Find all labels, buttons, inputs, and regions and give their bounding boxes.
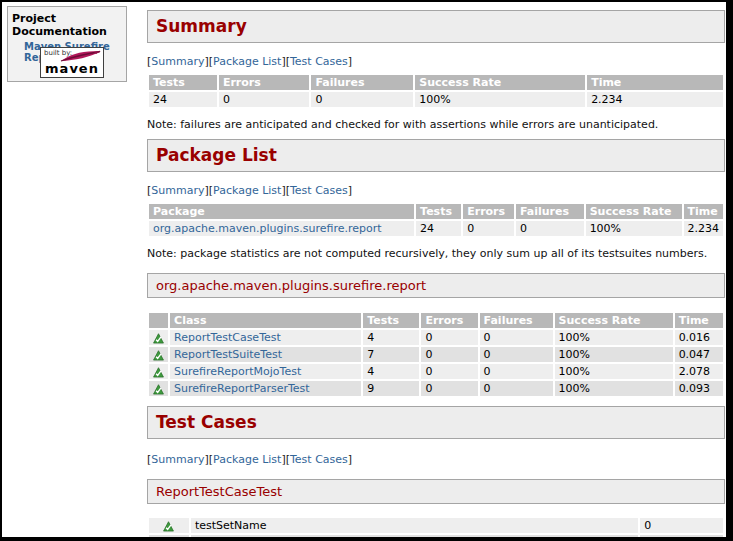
- errors-value: 0: [219, 92, 310, 107]
- table-header-row: Class Tests Errors Failures Success Rate…: [149, 313, 723, 328]
- table-header-row: Package Tests Errors Failures Success Ra…: [149, 204, 723, 219]
- nav-link-test-cases[interactable]: Test Cases: [290, 55, 348, 68]
- sidebar-title: Project Documentation: [12, 12, 122, 38]
- sidebar: Project Documentation Maven Surefire Rep…: [7, 6, 127, 82]
- class-link[interactable]: ReportTestCaseTest: [174, 331, 281, 344]
- tests-value: 4: [363, 364, 419, 379]
- col-errors: Errors: [463, 204, 514, 219]
- package-link[interactable]: org.apache.maven.plugins.surefire.report: [153, 222, 382, 235]
- time-value: 2.234: [684, 221, 724, 236]
- maven-brand-label: maven: [41, 61, 103, 76]
- test-name: testSetTestCases: [191, 535, 638, 537]
- success-rate-value: 100%: [555, 330, 673, 345]
- col-tests: Tests: [416, 204, 461, 219]
- nav-link-summary[interactable]: Summary: [151, 55, 204, 68]
- success-rate-value: 100%: [555, 347, 673, 362]
- class-table: Class Tests Errors Failures Success Rate…: [147, 311, 725, 398]
- test-name: testSetName: [191, 518, 638, 533]
- section-heading-package-detail: org.apache.maven.plugins.surefire.report: [147, 273, 725, 298]
- success-rate-value: 100%: [586, 221, 682, 236]
- errors-value: 0: [463, 221, 514, 236]
- errors-value: 0: [421, 347, 477, 362]
- time-value: 0.093: [675, 381, 723, 396]
- package-table: Package Tests Errors Failures Success Ra…: [147, 202, 725, 238]
- success-rate-value: 100%: [415, 92, 585, 107]
- bracket: ]: [348, 184, 352, 197]
- col-time: Time: [675, 313, 723, 328]
- bracket: ]: [348, 453, 352, 466]
- success-rate-value: 100%: [555, 364, 673, 379]
- failures-value: 0: [480, 347, 553, 362]
- success-icon: [153, 331, 164, 344]
- col-success-rate: Success Rate: [415, 75, 585, 90]
- nav-link-summary[interactable]: Summary: [151, 453, 204, 466]
- success-icon: [153, 348, 164, 361]
- class-link[interactable]: ReportTestSuiteTest: [174, 348, 282, 361]
- nav-link-summary[interactable]: Summary: [151, 184, 204, 197]
- col-time: Time: [684, 204, 724, 219]
- nav-link-test-cases[interactable]: Test Cases: [290, 453, 348, 466]
- nav-link-package-list[interactable]: Package List: [213, 55, 281, 68]
- table-row: 24 0 0 100% 2.234: [149, 92, 723, 107]
- col-class: Class: [170, 313, 361, 328]
- failures-value: 0: [480, 330, 553, 345]
- section-heading-test-cases: Test Cases: [147, 406, 725, 439]
- time-value: 0.047: [675, 347, 723, 362]
- col-errors: Errors: [421, 313, 477, 328]
- section-nav-2: [Summary][Package List][Test Cases]: [147, 184, 725, 197]
- package-note: Note: package statistics are not compute…: [147, 247, 725, 260]
- success-icon: [153, 382, 164, 395]
- class-link[interactable]: SurefireReportParserTest: [174, 382, 310, 395]
- failures-value: 0: [311, 92, 413, 107]
- table-row: SurefireReportParserTest 9 0 0 100% 0.09…: [149, 381, 723, 396]
- tests-value: 7: [363, 347, 419, 362]
- table-row: ReportTestCaseTest 4 0 0 100% 0.016: [149, 330, 723, 345]
- package-list-heading: Package List: [156, 145, 277, 165]
- time-value: 2.234: [587, 92, 723, 107]
- test-case-table: testSetName 0 testSetTestCases 0: [147, 516, 725, 537]
- table-row: testSetTestCases 0: [149, 535, 723, 537]
- failures-value: 0: [480, 364, 553, 379]
- col-package: Package: [149, 204, 414, 219]
- success-icon: [163, 519, 174, 532]
- nav-link-package-list[interactable]: Package List: [213, 184, 281, 197]
- errors-value: 0: [421, 330, 477, 345]
- section-heading-package-list: Package List: [147, 139, 725, 172]
- summary-note: Note: failures are anticipated and check…: [147, 118, 725, 131]
- section-heading-report-test-case-test: ReportTestCaseTest: [147, 479, 725, 504]
- time-value: 0.016: [675, 330, 723, 345]
- table-row: org.apache.maven.plugins.surefire.report…: [149, 221, 723, 236]
- report-body: Summary [Summary][Package List][Test Cas…: [147, 2, 725, 537]
- col-failures: Failures: [311, 75, 413, 90]
- col-time: Time: [587, 75, 723, 90]
- maven-logo[interactable]: built by: maven: [40, 47, 104, 78]
- nav-link-package-list[interactable]: Package List: [213, 453, 281, 466]
- table-row: testSetName 0: [149, 518, 723, 533]
- test-class-heading: ReportTestCaseTest: [156, 484, 282, 499]
- summary-heading: Summary: [156, 16, 247, 36]
- failures-value: 0: [516, 221, 584, 236]
- errors-value: 0: [421, 381, 477, 396]
- section-heading-summary: Summary: [147, 10, 725, 43]
- col-failures: Failures: [480, 313, 553, 328]
- class-link[interactable]: SurefireReportMojoTest: [174, 365, 301, 378]
- table-header-row: Tests Errors Failures Success Rate Time: [149, 75, 723, 90]
- col-success-rate: Success Rate: [586, 204, 682, 219]
- test-cases-heading: Test Cases: [156, 412, 257, 432]
- tests-value: 24: [416, 221, 461, 236]
- test-time: 0: [640, 518, 723, 533]
- errors-value: 0: [421, 364, 477, 379]
- table-row: SurefireReportMojoTest 4 0 0 100% 2.078: [149, 364, 723, 379]
- col-success-rate: Success Rate: [555, 313, 673, 328]
- failures-value: 0: [480, 381, 553, 396]
- col-errors: Errors: [219, 75, 310, 90]
- section-nav-1: [Summary][Package List][Test Cases]: [147, 55, 725, 68]
- success-icon: [163, 536, 174, 537]
- table-row: ReportTestSuiteTest 7 0 0 100% 0.047: [149, 347, 723, 362]
- nav-link-test-cases[interactable]: Test Cases: [290, 184, 348, 197]
- summary-table: Tests Errors Failures Success Rate Time …: [147, 73, 725, 109]
- package-detail-heading: org.apache.maven.plugins.surefire.report: [156, 278, 426, 293]
- test-time: 0: [640, 535, 723, 537]
- tests-value: 4: [363, 330, 419, 345]
- bracket: ]: [348, 55, 352, 68]
